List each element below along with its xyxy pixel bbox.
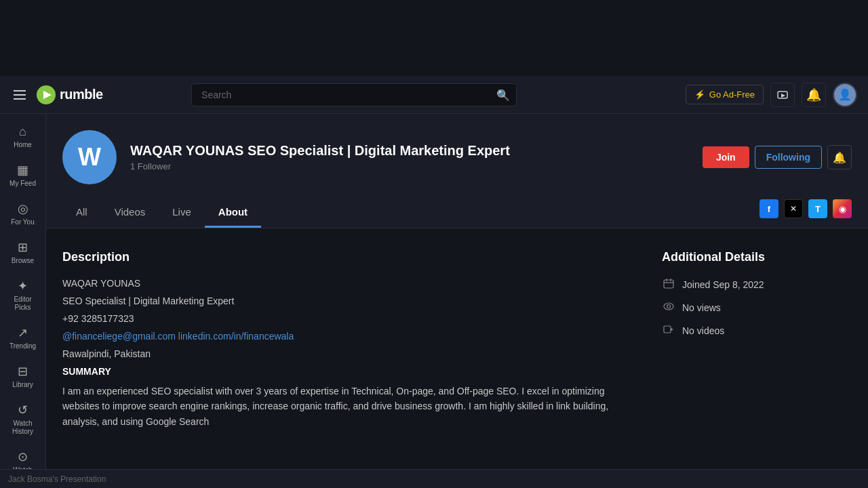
notification-button[interactable]: 🔔 [802, 83, 826, 107]
joined-detail: Joined Sep 8, 2022 [662, 278, 852, 291]
sidebar-item-watch-history-label: Watch History [7, 420, 39, 436]
editor-picks-icon: ✦ [18, 279, 28, 293]
additional-details-heading: Additional Details [662, 250, 852, 264]
tab-about[interactable]: About [205, 198, 261, 228]
tab-all[interactable]: All [62, 198, 101, 228]
facebook-link[interactable]: f [760, 199, 778, 218]
channel-actions: Join Following 🔔 [703, 145, 852, 169]
social-icons: f ✕ T ◉ [760, 199, 852, 226]
channel-notification-button[interactable]: 🔔 [827, 145, 852, 169]
hamburger-menu[interactable] [11, 87, 28, 102]
sidebar-item-editor-picks-label: Editor Picks [7, 296, 39, 312]
sidebar-item-my-feed[interactable]: ▦ My Feed [3, 157, 43, 193]
library-icon: ⊟ [18, 364, 28, 379]
tab-videos[interactable]: Videos [101, 198, 159, 228]
search-input[interactable] [191, 83, 517, 106]
sidebar-item-browse[interactable]: ⊞ Browse [3, 235, 43, 270]
avatar-letter: W [78, 143, 101, 171]
channel-meta: WAQAR YOUNAS SEO Specialist | Digital Ma… [130, 143, 689, 171]
nav-right: ⚡ Go Ad-Free 🔔 👤 [686, 83, 857, 107]
navbar: rumble 🔍 ⚡ Go Ad-Free 🔔 👤 [0, 76, 868, 114]
sidebar-item-home[interactable]: ⌂ Home [3, 119, 43, 155]
following-button[interactable]: Following [755, 146, 822, 169]
browse-icon: ⊞ [18, 240, 28, 255]
search-bar: 🔍 [191, 83, 517, 106]
views-label: No views [682, 302, 721, 313]
search-button[interactable]: 🔍 [496, 88, 510, 101]
channel-header: W WAQAR YOUNAS SEO Specialist | Digital … [46, 114, 868, 228]
desc-name: WAQAR YOUNAS [62, 278, 635, 289]
desc-location: Rawalpindi, Pakistan [62, 348, 635, 359]
desc-email-linkedin: @financeliege@gmail.com linkedin.com/in/… [62, 331, 635, 342]
bottom-bar: Jack Bosma's Presentation [0, 469, 868, 488]
svg-point-8 [664, 303, 673, 310]
go-adfree-button[interactable]: ⚡ Go Ad-Free [686, 85, 764, 104]
desc-summary-text: I am an experienced SEO specialist with … [62, 384, 635, 429]
upload-icon [776, 89, 789, 101]
svg-marker-11 [671, 328, 673, 331]
channel-name: WAQAR YOUNAS SEO Specialist | Digital Ma… [130, 143, 689, 159]
desc-title: SEO Specialist | Digital Marketing Exper… [62, 296, 635, 306]
sidebar-item-trending-label: Trending [9, 342, 36, 350]
instagram-link[interactable]: ◉ [833, 199, 852, 218]
videos-label: No videos [682, 325, 724, 336]
nav-left: rumble [11, 85, 103, 104]
sidebar: ⌂ Home ▦ My Feed ◎ For You ⊞ Browse ✦ Ed… [0, 114, 46, 488]
trending-icon: ↗ [18, 325, 28, 340]
upload-button[interactable] [770, 83, 795, 107]
joined-label: Joined Sep 8, 2022 [682, 279, 764, 290]
sidebar-item-trending[interactable]: ↗ Trending [3, 320, 43, 356]
watch-later-icon: ⊙ [18, 449, 28, 464]
description-column: Description WAQAR YOUNAS SEO Specialist … [62, 250, 635, 429]
for-you-icon: ◎ [18, 201, 28, 216]
truthsocial-icon: T [815, 204, 821, 214]
sidebar-item-editor-picks[interactable]: ✦ Editor Picks [3, 273, 43, 317]
join-button[interactable]: Join [703, 146, 749, 168]
channel-followers: 1 Follower [130, 161, 689, 171]
sidebar-item-library-label: Library [12, 381, 33, 389]
desc-summary-label: SUMMARY [62, 366, 635, 377]
sidebar-item-for-you-label: For You [11, 218, 34, 226]
main-layout: ⌂ Home ▦ My Feed ◎ For You ⊞ Browse ✦ Ed… [0, 114, 868, 488]
go-adfree-label: Go Ad-Free [709, 89, 755, 100]
facebook-icon: f [768, 204, 770, 214]
user-avatar-button[interactable]: 👤 [833, 83, 857, 107]
tab-live[interactable]: Live [159, 198, 205, 228]
feed-icon: ▦ [17, 163, 28, 178]
logo[interactable]: rumble [37, 85, 103, 104]
avatar-icon: 👤 [838, 88, 852, 101]
sidebar-item-feed-label: My Feed [9, 180, 36, 188]
channel-avatar: W [62, 130, 117, 184]
sidebar-item-browse-label: Browse [12, 257, 34, 265]
svg-point-9 [667, 305, 671, 308]
rumble-logo-icon [37, 85, 56, 104]
sidebar-item-for-you[interactable]: ◎ For You [3, 196, 43, 232]
svg-marker-3 [781, 94, 785, 98]
channel-tabs: All Videos Live About f ✕ T ◉ [62, 198, 852, 228]
content-area: W WAQAR YOUNAS SEO Specialist | Digital … [46, 114, 868, 488]
twitter-link[interactable]: ✕ [784, 199, 803, 218]
twitter-icon: ✕ [790, 204, 797, 214]
sidebar-item-library[interactable]: ⊟ Library [3, 359, 43, 394]
svg-rect-4 [664, 280, 673, 288]
sidebar-item-watch-history[interactable]: ↺ Watch History [3, 397, 43, 441]
desc-linkedin[interactable]: linkedin.com/in/financewala [178, 331, 294, 342]
description-heading: Description [62, 250, 635, 264]
svg-rect-10 [664, 326, 671, 333]
about-section: Description WAQAR YOUNAS SEO Specialist … [46, 228, 868, 451]
additional-details-column: Additional Details Joined Sep 8, 2022 [662, 250, 852, 429]
truthsocial-link[interactable]: T [808, 199, 827, 218]
desc-phone: +92 3285177323 [62, 313, 635, 324]
instagram-icon: ◉ [839, 204, 846, 214]
channel-bell-icon: 🔔 [833, 151, 846, 164]
channel-info: W WAQAR YOUNAS SEO Specialist | Digital … [62, 130, 852, 184]
logo-text: rumble [60, 87, 103, 102]
videos-icon [662, 324, 675, 338]
bottom-bar-text: Jack Bosma's Presentation [8, 474, 106, 484]
bell-icon: 🔔 [806, 87, 821, 102]
lightning-icon: ⚡ [694, 89, 705, 100]
desc-email: @financeliege@gmail.com [62, 331, 176, 342]
home-icon: ⌂ [19, 125, 26, 139]
top-bar-area [0, 0, 868, 76]
watch-history-icon: ↺ [18, 403, 28, 418]
